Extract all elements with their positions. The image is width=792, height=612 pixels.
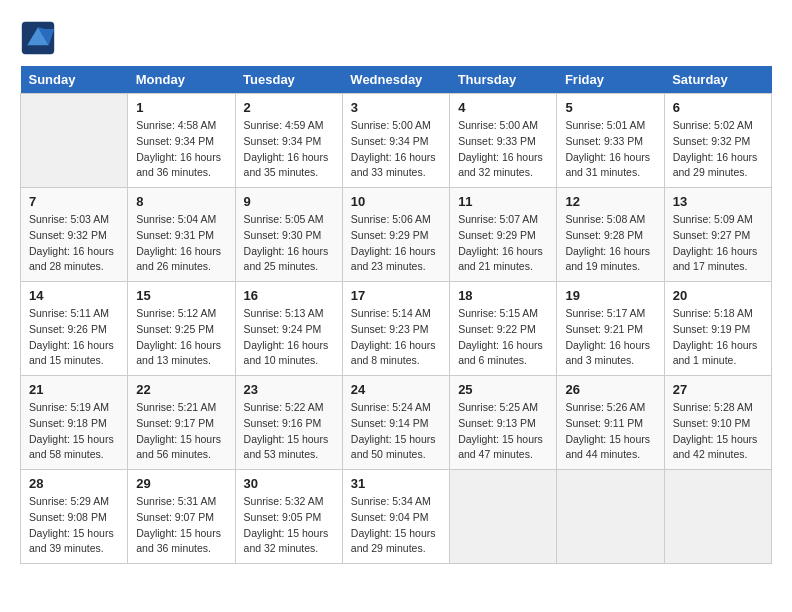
day-number: 19 [565, 288, 655, 303]
day-number: 31 [351, 476, 441, 491]
day-number: 21 [29, 382, 119, 397]
day-cell [450, 470, 557, 564]
day-cell: 24Sunrise: 5:24 AMSunset: 9:14 PMDayligh… [342, 376, 449, 470]
week-row-3: 14Sunrise: 5:11 AMSunset: 9:26 PMDayligh… [21, 282, 772, 376]
day-cell: 17Sunrise: 5:14 AMSunset: 9:23 PMDayligh… [342, 282, 449, 376]
day-number: 20 [673, 288, 763, 303]
day-cell: 10Sunrise: 5:06 AMSunset: 9:29 PMDayligh… [342, 188, 449, 282]
day-cell: 22Sunrise: 5:21 AMSunset: 9:17 PMDayligh… [128, 376, 235, 470]
day-number: 29 [136, 476, 226, 491]
day-info: Sunrise: 4:59 AMSunset: 9:34 PMDaylight:… [244, 118, 334, 181]
day-cell: 3Sunrise: 5:00 AMSunset: 9:34 PMDaylight… [342, 94, 449, 188]
day-cell [21, 94, 128, 188]
day-number: 16 [244, 288, 334, 303]
day-info: Sunrise: 5:06 AMSunset: 9:29 PMDaylight:… [351, 212, 441, 275]
day-cell: 1Sunrise: 4:58 AMSunset: 9:34 PMDaylight… [128, 94, 235, 188]
day-number: 10 [351, 194, 441, 209]
header-cell-saturday: Saturday [664, 66, 771, 94]
day-cell: 4Sunrise: 5:00 AMSunset: 9:33 PMDaylight… [450, 94, 557, 188]
day-info: Sunrise: 5:03 AMSunset: 9:32 PMDaylight:… [29, 212, 119, 275]
logo-icon [20, 20, 56, 56]
day-cell: 15Sunrise: 5:12 AMSunset: 9:25 PMDayligh… [128, 282, 235, 376]
day-number: 12 [565, 194, 655, 209]
day-cell: 19Sunrise: 5:17 AMSunset: 9:21 PMDayligh… [557, 282, 664, 376]
day-info: Sunrise: 5:32 AMSunset: 9:05 PMDaylight:… [244, 494, 334, 557]
day-cell: 9Sunrise: 5:05 AMSunset: 9:30 PMDaylight… [235, 188, 342, 282]
day-cell: 27Sunrise: 5:28 AMSunset: 9:10 PMDayligh… [664, 376, 771, 470]
day-number: 11 [458, 194, 548, 209]
day-cell: 30Sunrise: 5:32 AMSunset: 9:05 PMDayligh… [235, 470, 342, 564]
day-number: 4 [458, 100, 548, 115]
day-info: Sunrise: 5:34 AMSunset: 9:04 PMDaylight:… [351, 494, 441, 557]
logo [20, 20, 60, 56]
day-cell: 5Sunrise: 5:01 AMSunset: 9:33 PMDaylight… [557, 94, 664, 188]
day-number: 2 [244, 100, 334, 115]
day-info: Sunrise: 5:11 AMSunset: 9:26 PMDaylight:… [29, 306, 119, 369]
day-cell: 14Sunrise: 5:11 AMSunset: 9:26 PMDayligh… [21, 282, 128, 376]
day-info: Sunrise: 5:25 AMSunset: 9:13 PMDaylight:… [458, 400, 548, 463]
day-info: Sunrise: 5:00 AMSunset: 9:34 PMDaylight:… [351, 118, 441, 181]
day-cell: 6Sunrise: 5:02 AMSunset: 9:32 PMDaylight… [664, 94, 771, 188]
header-cell-tuesday: Tuesday [235, 66, 342, 94]
day-number: 3 [351, 100, 441, 115]
day-cell: 26Sunrise: 5:26 AMSunset: 9:11 PMDayligh… [557, 376, 664, 470]
day-number: 23 [244, 382, 334, 397]
day-cell: 25Sunrise: 5:25 AMSunset: 9:13 PMDayligh… [450, 376, 557, 470]
day-cell: 21Sunrise: 5:19 AMSunset: 9:18 PMDayligh… [21, 376, 128, 470]
header-cell-monday: Monday [128, 66, 235, 94]
header-cell-wednesday: Wednesday [342, 66, 449, 94]
day-cell: 13Sunrise: 5:09 AMSunset: 9:27 PMDayligh… [664, 188, 771, 282]
day-number: 9 [244, 194, 334, 209]
day-info: Sunrise: 5:13 AMSunset: 9:24 PMDaylight:… [244, 306, 334, 369]
day-number: 27 [673, 382, 763, 397]
day-cell: 16Sunrise: 5:13 AMSunset: 9:24 PMDayligh… [235, 282, 342, 376]
day-number: 6 [673, 100, 763, 115]
day-info: Sunrise: 5:28 AMSunset: 9:10 PMDaylight:… [673, 400, 763, 463]
day-cell [557, 470, 664, 564]
day-info: Sunrise: 5:00 AMSunset: 9:33 PMDaylight:… [458, 118, 548, 181]
day-number: 17 [351, 288, 441, 303]
day-info: Sunrise: 5:14 AMSunset: 9:23 PMDaylight:… [351, 306, 441, 369]
day-info: Sunrise: 5:31 AMSunset: 9:07 PMDaylight:… [136, 494, 226, 557]
day-cell: 8Sunrise: 5:04 AMSunset: 9:31 PMDaylight… [128, 188, 235, 282]
header-cell-thursday: Thursday [450, 66, 557, 94]
day-number: 28 [29, 476, 119, 491]
calendar-table: SundayMondayTuesdayWednesdayThursdayFrid… [20, 66, 772, 564]
day-cell [664, 470, 771, 564]
header-row: SundayMondayTuesdayWednesdayThursdayFrid… [21, 66, 772, 94]
day-info: Sunrise: 5:07 AMSunset: 9:29 PMDaylight:… [458, 212, 548, 275]
day-cell: 11Sunrise: 5:07 AMSunset: 9:29 PMDayligh… [450, 188, 557, 282]
day-info: Sunrise: 5:02 AMSunset: 9:32 PMDaylight:… [673, 118, 763, 181]
day-number: 13 [673, 194, 763, 209]
day-info: Sunrise: 5:01 AMSunset: 9:33 PMDaylight:… [565, 118, 655, 181]
day-cell: 20Sunrise: 5:18 AMSunset: 9:19 PMDayligh… [664, 282, 771, 376]
day-cell: 7Sunrise: 5:03 AMSunset: 9:32 PMDaylight… [21, 188, 128, 282]
week-row-1: 1Sunrise: 4:58 AMSunset: 9:34 PMDaylight… [21, 94, 772, 188]
day-cell: 29Sunrise: 5:31 AMSunset: 9:07 PMDayligh… [128, 470, 235, 564]
header-cell-friday: Friday [557, 66, 664, 94]
header [20, 20, 772, 56]
week-row-5: 28Sunrise: 5:29 AMSunset: 9:08 PMDayligh… [21, 470, 772, 564]
day-info: Sunrise: 5:26 AMSunset: 9:11 PMDaylight:… [565, 400, 655, 463]
day-info: Sunrise: 5:17 AMSunset: 9:21 PMDaylight:… [565, 306, 655, 369]
day-info: Sunrise: 5:08 AMSunset: 9:28 PMDaylight:… [565, 212, 655, 275]
day-cell: 12Sunrise: 5:08 AMSunset: 9:28 PMDayligh… [557, 188, 664, 282]
day-info: Sunrise: 5:12 AMSunset: 9:25 PMDaylight:… [136, 306, 226, 369]
day-cell: 31Sunrise: 5:34 AMSunset: 9:04 PMDayligh… [342, 470, 449, 564]
day-number: 30 [244, 476, 334, 491]
day-number: 18 [458, 288, 548, 303]
day-info: Sunrise: 5:05 AMSunset: 9:30 PMDaylight:… [244, 212, 334, 275]
day-number: 15 [136, 288, 226, 303]
day-number: 5 [565, 100, 655, 115]
day-cell: 28Sunrise: 5:29 AMSunset: 9:08 PMDayligh… [21, 470, 128, 564]
day-info: Sunrise: 5:24 AMSunset: 9:14 PMDaylight:… [351, 400, 441, 463]
day-info: Sunrise: 4:58 AMSunset: 9:34 PMDaylight:… [136, 118, 226, 181]
week-row-2: 7Sunrise: 5:03 AMSunset: 9:32 PMDaylight… [21, 188, 772, 282]
day-cell: 23Sunrise: 5:22 AMSunset: 9:16 PMDayligh… [235, 376, 342, 470]
day-number: 7 [29, 194, 119, 209]
day-info: Sunrise: 5:29 AMSunset: 9:08 PMDaylight:… [29, 494, 119, 557]
day-number: 22 [136, 382, 226, 397]
day-info: Sunrise: 5:09 AMSunset: 9:27 PMDaylight:… [673, 212, 763, 275]
day-info: Sunrise: 5:18 AMSunset: 9:19 PMDaylight:… [673, 306, 763, 369]
day-info: Sunrise: 5:19 AMSunset: 9:18 PMDaylight:… [29, 400, 119, 463]
